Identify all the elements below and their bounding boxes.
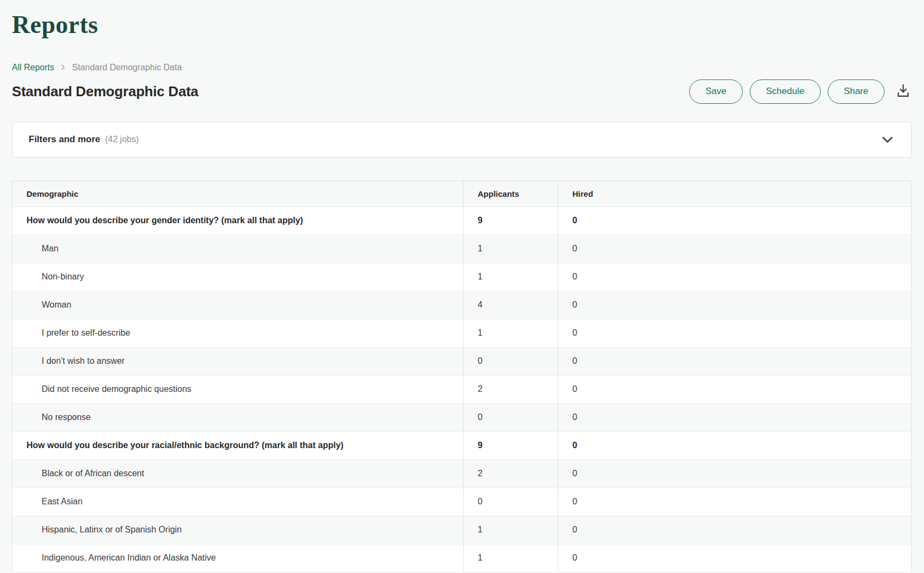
row-hired-value: 0 (558, 404, 911, 431)
column-header-applicants: Applicants (463, 181, 558, 206)
row-hired-value: 0 (558, 263, 911, 291)
row-applicants-value: 4 (463, 291, 558, 319)
download-icon (895, 82, 912, 101)
row-hired-value: 0 (558, 319, 911, 347)
row-demographic-label: Hispanic, Latinx or of Spanish Origin (12, 516, 463, 544)
row-demographic-label: East Asian (12, 488, 463, 516)
row-hired-value: 0 (558, 488, 911, 516)
table-row: Did not receive demographic questions20 (12, 376, 911, 404)
breadcrumb: All Reports Standard Demographic Data (12, 62, 912, 73)
chevron-down-icon[interactable] (880, 132, 895, 147)
filters-label: Filters and more (29, 134, 100, 145)
page-title: Reports (12, 11, 912, 39)
row-hired-value: 0 (558, 544, 911, 572)
column-header-demographic: Demographic (12, 181, 463, 206)
table-row: Woman40 (12, 291, 911, 319)
report-actions: Save Schedule Share (689, 79, 912, 104)
row-demographic-label: Black or of African descent (12, 460, 463, 488)
table-row: No response00 (12, 404, 911, 432)
row-applicants-value: 2 (463, 376, 558, 403)
row-applicants-value: 2 (463, 460, 558, 488)
row-hired-value: 0 (558, 516, 911, 544)
download-button[interactable] (895, 82, 912, 101)
reports-page: Reports All Reports Standard Demographic… (0, 0, 924, 572)
row-hired-value: 0 (558, 348, 911, 375)
table-section-row: How would you describe your gender ident… (12, 207, 911, 235)
filters-panel-toggle[interactable]: Filters and more (42 jobs) (12, 122, 912, 158)
row-demographic-label: I don't wish to answer (12, 348, 463, 375)
row-demographic-label: No response (12, 404, 463, 431)
row-applicants-value: 0 (463, 348, 558, 375)
row-hired-value: 0 (558, 460, 911, 488)
row-applicants-value: 0 (463, 488, 558, 516)
row-applicants-value: 1 (463, 544, 558, 572)
row-applicants-value: 1 (463, 516, 558, 544)
table-body: How would you describe your gender ident… (12, 207, 911, 572)
table-row: Man10 (12, 235, 911, 263)
report-header: Standard Demographic Data Save Schedule … (12, 79, 912, 104)
row-applicants-value: 0 (463, 404, 558, 431)
table-row: I don't wish to answer00 (12, 348, 911, 376)
row-hired-value: 0 (558, 376, 911, 403)
row-hired-value: 0 (558, 291, 911, 319)
table-row: Black or of African descent20 (12, 460, 911, 488)
breadcrumb-all-reports-link[interactable]: All Reports (12, 62, 54, 73)
row-demographic-label: Did not receive demographic questions (12, 376, 463, 403)
row-applicants-value: 1 (463, 235, 558, 263)
row-demographic-label: Man (12, 235, 463, 263)
share-button[interactable]: Share (828, 79, 885, 104)
row-applicants-value: 9 (463, 432, 558, 459)
table-header-row: Demographic Applicants Hired (12, 181, 911, 207)
row-applicants-value: 9 (463, 207, 558, 235)
row-demographic-label: How would you describe your racial/ethni… (12, 432, 463, 459)
filters-jobs-count: (42 jobs) (105, 135, 138, 144)
row-demographic-label: Indigenous, American Indian or Alaska Na… (12, 544, 463, 572)
row-hired-value: 0 (558, 235, 911, 263)
table-row: Hispanic, Latinx or of Spanish Origin10 (12, 516, 911, 544)
table-section-row: How would you describe your racial/ethni… (12, 432, 911, 460)
table-row: East Asian00 (12, 488, 911, 516)
row-demographic-label: Woman (12, 291, 463, 319)
table-row: Non-binary10 (12, 263, 911, 291)
table-row: Indigenous, American Indian or Alaska Na… (12, 544, 911, 572)
row-hired-value: 0 (558, 207, 911, 235)
row-hired-value: 0 (558, 432, 911, 459)
table-row: I prefer to self-describe10 (12, 319, 911, 348)
row-applicants-value: 1 (463, 319, 558, 347)
chevron-right-icon (60, 64, 67, 71)
row-applicants-value: 1 (463, 263, 558, 291)
row-demographic-label: I prefer to self-describe (12, 319, 463, 347)
row-demographic-label: How would you describe your gender ident… (12, 207, 463, 235)
report-title: Standard Demographic Data (12, 83, 199, 100)
schedule-button[interactable]: Schedule (750, 79, 821, 104)
demographic-table: Demographic Applicants Hired How would y… (12, 181, 912, 572)
save-button[interactable]: Save (689, 79, 743, 104)
column-header-hired: Hired (558, 181, 911, 206)
row-demographic-label: Non-binary (12, 263, 463, 291)
breadcrumb-current: Standard Demographic Data (72, 62, 182, 73)
